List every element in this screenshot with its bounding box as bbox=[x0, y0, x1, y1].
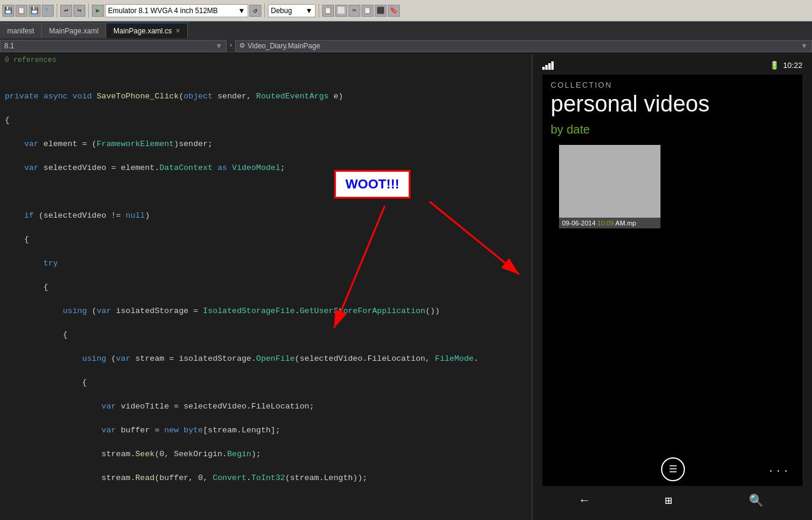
tabs-row: manifest MainPage.xaml MainPage.xaml.cs … bbox=[0, 21, 812, 38]
code-line-7: { bbox=[0, 234, 532, 246]
battery-time: 🔋 10:22 bbox=[770, 61, 802, 70]
toolbar-btn-5[interactable]: 📋 bbox=[322, 5, 334, 17]
phone-bydate: by date bbox=[551, 123, 794, 137]
bar-1 bbox=[542, 67, 545, 70]
tab-manifest[interactable]: manifest bbox=[0, 23, 42, 38]
code-line-18 bbox=[0, 496, 532, 508]
addr-separator: › bbox=[229, 42, 233, 49]
search-button[interactable]: 🔍 bbox=[749, 493, 764, 508]
refresh-button[interactable]: ↺ bbox=[249, 5, 261, 17]
phone-video-thumb[interactable]: 09-06-2014 10:09 AM.mp bbox=[559, 145, 660, 228]
code-line-1: private async void SaveToPhone_Click(obj… bbox=[0, 91, 532, 103]
toolbar-btn-7[interactable]: ✂ bbox=[348, 5, 360, 17]
address-bar: 8.1 ▼ › ⚙ Video_Diary.MainPage ▼ bbox=[0, 38, 812, 54]
code-line-5 bbox=[0, 186, 532, 198]
signal-bars bbox=[542, 61, 554, 70]
phone-status-bar: 🔋 10:22 bbox=[542, 60, 802, 71]
dots-label: ... bbox=[768, 464, 791, 475]
emulator-label: Emulator 8.1 WVGA 4 inch 512MB bbox=[108, 7, 218, 15]
tab-close-icon[interactable]: ✕ bbox=[175, 27, 180, 34]
phone-title: personal videos bbox=[551, 92, 794, 117]
code-line-11: { bbox=[0, 329, 532, 341]
toolbar-sep-4 bbox=[319, 4, 319, 18]
ref-line: 0 references bbox=[0, 54, 532, 67]
code-line-8: try bbox=[0, 258, 532, 270]
addr-left[interactable]: 8.1 ▼ bbox=[0, 40, 227, 52]
toolbar-btn-9[interactable]: ⬛ bbox=[375, 5, 387, 17]
windows-button[interactable]: ⊞ bbox=[665, 493, 672, 508]
code-line-6: if (selectedVideo != null) bbox=[0, 210, 532, 222]
main-area: 0 references private async void SaveToPh… bbox=[0, 54, 812, 520]
toolbar-sep-2 bbox=[88, 4, 89, 18]
toolbar-btn-10[interactable]: 🔖 bbox=[388, 5, 400, 17]
code-line-17: stream.Read(buffer, 0, Convert.ToInt32(s… bbox=[0, 472, 532, 484]
code-line-2: { bbox=[0, 114, 532, 126]
battery-icon: 🔋 bbox=[770, 61, 779, 70]
phone-time: 10:22 bbox=[783, 61, 802, 70]
bar-3 bbox=[548, 63, 551, 70]
list-icon: ☰ bbox=[669, 463, 677, 475]
code-line-15: var buffer = new byte[stream.Length]; bbox=[0, 425, 532, 437]
video-date: 09-06-2014 bbox=[562, 219, 595, 227]
toolbar-btn-6[interactable]: ⬜ bbox=[335, 5, 347, 17]
phone-video-label: 09-06-2014 10:09 AM.mp bbox=[559, 218, 660, 228]
collection-icon[interactable]: ☰ bbox=[661, 457, 685, 481]
back-button[interactable]: ← bbox=[581, 494, 588, 507]
code-line-9: { bbox=[0, 281, 532, 293]
video-time: 10:09 bbox=[597, 219, 614, 227]
code-editor[interactable]: 0 references private async void SaveToPh… bbox=[0, 54, 532, 520]
debug-dropdown[interactable]: Debug ▼ bbox=[268, 4, 316, 17]
phone-container: 🔋 10:22 COLLECTION personal videos by da… bbox=[532, 54, 812, 520]
tab-mainpage-xaml-label: MainPage.xaml bbox=[49, 27, 98, 35]
code-line-3: var element = (FrameworkElement)sender; bbox=[0, 138, 532, 150]
code-line-10: using (var isolatedStorage = IsolatedSto… bbox=[0, 305, 532, 317]
toolbar-sep-3 bbox=[264, 4, 265, 18]
code-content: private async void SaveToPhone_Click(obj… bbox=[0, 67, 532, 520]
redo-button[interactable]: ↪ bbox=[73, 5, 85, 17]
toolbar-btn-8[interactable]: 📋 bbox=[362, 5, 373, 17]
toolbar-btn-3[interactable]: 💾 bbox=[29, 5, 41, 17]
debug-label: Debug bbox=[271, 7, 292, 15]
phone-collection-label: COLLECTION bbox=[551, 81, 794, 89]
tab-mainpage-cs[interactable]: MainPage.xaml.cs ✕ bbox=[106, 23, 188, 38]
code-line-4: var selectedVideo = element.DataContext … bbox=[0, 162, 532, 174]
toolbar-sep-1 bbox=[57, 4, 57, 18]
addr-right-text: Video_Diary.MainPage bbox=[248, 42, 320, 50]
addr-right[interactable]: ⚙ Video_Diary.MainPage ▼ bbox=[235, 40, 812, 52]
addr-icon: ⚙ bbox=[239, 42, 245, 49]
phone-app: COLLECTION personal videos by date 09-06… bbox=[542, 75, 802, 453]
tab-mainpage-xaml[interactable]: MainPage.xaml bbox=[42, 23, 106, 38]
code-line-13: { bbox=[0, 377, 532, 389]
phone-bottom-bar: ☰ ... bbox=[542, 453, 802, 486]
toolbar-btn-2[interactable]: 📋 bbox=[16, 5, 27, 17]
code-line-14: var videoTitle = selectedVideo.FileLocat… bbox=[0, 401, 532, 413]
tab-manifest-label: manifest bbox=[7, 27, 34, 35]
video-thumbnail bbox=[559, 145, 660, 228]
addr-left-text: 8.1 bbox=[4, 42, 14, 50]
annotation-box: WOOT!!! bbox=[334, 170, 410, 199]
code-line-16: stream.Seek(0, SeekOrigin.Begin); bbox=[0, 448, 532, 460]
toolbar-btn-4[interactable]: 🔧 bbox=[42, 5, 54, 17]
phone-nav-bar: ← ⊞ 🔍 bbox=[542, 487, 802, 514]
play-button[interactable]: ▶ bbox=[92, 5, 104, 17]
emulator-dropdown[interactable]: Emulator 8.1 WVGA 4 inch 512MB ▼ bbox=[105, 4, 248, 17]
annotation-text: WOOT!!! bbox=[345, 177, 399, 191]
toolbar-btn-1[interactable]: 💾 bbox=[2, 5, 14, 17]
video-suffix: AM.mp bbox=[615, 219, 636, 227]
dots-menu[interactable]: ... bbox=[768, 464, 791, 475]
bar-4 bbox=[551, 61, 554, 70]
tab-mainpage-cs-label: MainPage.xaml.cs bbox=[113, 27, 172, 35]
bar-2 bbox=[545, 65, 548, 70]
undo-button[interactable]: ↩ bbox=[60, 5, 72, 17]
phone-frame: 🔋 10:22 COLLECTION personal videos by da… bbox=[533, 54, 812, 520]
toolbar: 💾 📋 💾 🔧 ↩ ↪ ▶ Emulator 8.1 WVGA 4 inch 5… bbox=[0, 0, 812, 21]
code-line-12: using (var stream = isolatedStorage.Open… bbox=[0, 353, 532, 365]
